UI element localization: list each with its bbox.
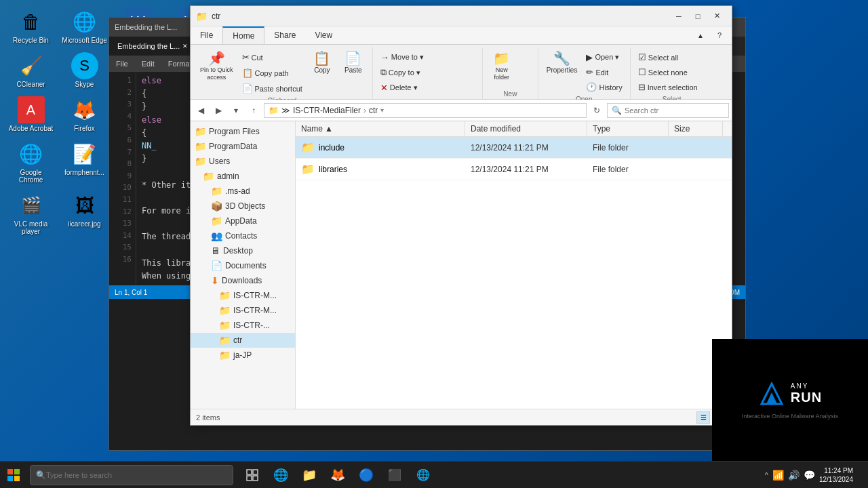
ctr-icon: 📁 [219, 335, 231, 346]
nav-item-desktop-label: Desktop [223, 246, 253, 256]
editor-menu-file[interactable]: File [109, 58, 135, 69]
taskbar-search-input[interactable] [46, 471, 227, 479]
up-button[interactable]: ↑ [246, 103, 261, 118]
forward-button[interactable]: ▶ [211, 103, 226, 118]
nav-item-users[interactable]: 📁 Users [191, 154, 295, 169]
ribbon-tab-home[interactable]: Home [222, 26, 264, 44]
ribbon-tab-file[interactable]: File [191, 26, 222, 44]
invert-selection-button[interactable]: ⊟ Invert selection [635, 80, 701, 94]
refresh-button[interactable]: ↻ [589, 103, 604, 118]
copy-path-button[interactable]: 📋 Copy path [239, 66, 306, 80]
desktop-icon-ccleaner[interactable]: 🧹 CCleaner [5, 49, 56, 91]
desktop-icon-edge[interactable]: 🌐 Microsoft Edge [59, 5, 110, 47]
ribbon-open-buttons: 🔧 Properties ▶ Open ▾ ✏ Edit � [542, 47, 626, 94]
nav-item-ctr[interactable]: 📁 ctr [191, 333, 295, 348]
recycle-bin-icon: 🗑 [18, 8, 45, 35]
desktop-icon-firefox[interactable]: 🦊 Firefox [59, 94, 110, 135]
nav-item-3d-objects[interactable]: 📦 3D Objects [191, 199, 295, 214]
ribbon-tab-share[interactable]: Share [264, 26, 305, 44]
program-files-icon: 📁 [195, 126, 206, 137]
nav-item-admin[interactable]: 📁 admin [191, 169, 295, 184]
select-none-button[interactable]: ☐ Select none [635, 65, 701, 79]
delete-button[interactable]: ✕ Delete ▾ [377, 81, 427, 95]
file-row-include[interactable]: 📁 include 12/13/2024 11:21 PM File folde… [296, 137, 732, 159]
taskbar-chrome-button[interactable]: 🔵 [353, 462, 380, 489]
nav-item-ja-jp[interactable]: 📁 ja-JP [191, 348, 295, 363]
taskbar-network-button[interactable]: 🌐 [410, 462, 437, 489]
taskbar-edge-button[interactable]: 🌐 [267, 462, 294, 489]
column-header-type[interactable]: Type [587, 121, 669, 136]
editor-tab-active[interactable]: Embedding the L... ✕ [109, 37, 197, 56]
ribbon-collapse-button[interactable]: ▲ [691, 28, 710, 43]
nav-item-appdata[interactable]: 📁 AppData [191, 214, 295, 228]
taskbar-terminal-button[interactable]: ⬛ [381, 462, 408, 489]
open-button[interactable]: ▶ Open ▾ [583, 50, 625, 64]
pin-to-quick-access-button[interactable]: 📌 Pin to Quickaccess [196, 49, 237, 84]
nav-item-downloads[interactable]: ⬇ Downloads [191, 273, 295, 288]
systray-expand-icon[interactable]: ^ [765, 471, 768, 479]
search-box[interactable]: 🔍 [607, 103, 729, 118]
ccleaner-label: CCleaner [16, 81, 45, 88]
desktop-icon-chrome[interactable]: 🌐 Google Chrome [5, 138, 56, 186]
desktop-icon-vlc[interactable]: 🎬 VLC media player [5, 189, 56, 238]
editor-menu-edit[interactable]: Edit [135, 58, 161, 69]
nav-item-is-ctr-3[interactable]: 📁 IS-CTR-... [191, 318, 295, 333]
recent-locations-button[interactable]: ▾ [229, 103, 243, 118]
nav-item-documents[interactable]: 📄 Documents [191, 258, 295, 273]
edit-button[interactable]: ✏ Edit [583, 65, 625, 79]
acrobat-icon: A [18, 96, 45, 123]
start-button[interactable] [0, 462, 27, 489]
select-all-button[interactable]: ☑ Select all [635, 50, 701, 64]
explorer-minimize-button[interactable]: ─ [669, 9, 688, 24]
taskbar-firefox-button[interactable]: 🦊 [324, 462, 351, 489]
new-folder-button[interactable]: 📁 Newfolder [487, 49, 517, 84]
paste-shortcut-button[interactable]: 📄 Paste shortcut [239, 81, 306, 96]
properties-button[interactable]: 🔧 Properties [542, 49, 582, 77]
nav-item-contacts[interactable]: 👥 Contacts [191, 228, 295, 243]
editor-tab-close-icon[interactable]: ✕ [182, 43, 188, 49]
nav-item-is-ctr-m2[interactable]: 📁 IS-CTR-M... [191, 303, 295, 318]
desktop-icon-recycle-bin[interactable]: 🗑 Recycle Bin [5, 5, 56, 47]
nav-item-programdata[interactable]: 📁 ProgramData [191, 139, 295, 154]
nav-item-ms-ad[interactable]: 📁 .ms-ad [191, 184, 295, 199]
nav-item-desktop[interactable]: 🖥 Desktop [191, 243, 295, 258]
path-segment-root[interactable]: ≫ [281, 106, 290, 115]
systray-volume-icon[interactable]: 🔊 [788, 470, 800, 481]
desktop-icon-skype[interactable]: S Skype [59, 49, 110, 91]
column-header-name[interactable]: Name ▲ [296, 121, 465, 136]
explorer-close-button[interactable]: ✕ [707, 9, 726, 24]
copy-button[interactable]: 📋 Copy [307, 49, 337, 77]
history-button[interactable]: 🕐 History [583, 80, 625, 94]
nav-item-programdata-label: ProgramData [209, 142, 257, 151]
ribbon-help-button[interactable]: ? [710, 28, 729, 43]
systray-network-icon[interactable]: 📶 [772, 470, 784, 481]
nav-item-program-files[interactable]: 📁 Program Files [191, 124, 295, 139]
desktop-icon-acrobat[interactable]: A Adobe Acrobat [5, 94, 56, 135]
path-dropdown-icon[interactable]: ▾ [380, 106, 384, 114]
copy-path-icon: 📋 [242, 68, 253, 78]
copy-to-button[interactable]: ⧉ Copy to ▾ [377, 65, 427, 80]
svg-rect-8 [247, 476, 252, 481]
path-segment-current[interactable]: ctr [369, 106, 378, 115]
ribbon-tab-view[interactable]: View [305, 26, 342, 44]
taskbar-task-view-button[interactable] [239, 462, 266, 489]
taskbar-search-box[interactable]: 🔍 [30, 465, 233, 485]
address-path-bar[interactable]: 📁 ≫ IS-CTR-MediaFiler › ctr ▾ [264, 103, 587, 118]
column-header-date[interactable]: Date modified [465, 121, 587, 136]
cut-button[interactable]: ✂ Cut [239, 50, 306, 64]
back-button[interactable]: ◀ [193, 103, 208, 118]
taskbar-clock[interactable]: 11:24 PM 12/13/2024 [819, 466, 853, 484]
file-row-libraries[interactable]: 📁 libraries 12/13/2024 11:21 PM File fol… [296, 159, 732, 180]
search-input[interactable] [625, 106, 724, 115]
taskbar-explorer-button[interactable]: 📁 [296, 462, 323, 489]
desktop-icon-iicareer[interactable]: 🖼 iicareer.jpg [59, 189, 110, 238]
column-header-size[interactable]: Size [669, 121, 723, 136]
nav-item-is-ctr-m1[interactable]: 📁 IS-CTR-M... [191, 288, 295, 303]
path-segment-parent[interactable]: IS-CTR-MediaFiler [293, 106, 361, 115]
systray-notification-icon[interactable]: 💬 [804, 470, 815, 481]
paste-button[interactable]: 📄 Paste [338, 49, 368, 77]
explorer-maximize-button[interactable]: □ [688, 9, 707, 24]
view-details-button[interactable]: ☰ [696, 411, 710, 424]
move-to-button[interactable]: → Move to ▾ [377, 50, 427, 64]
desktop-icon-formphen[interactable]: 📝 formphennt... [59, 138, 110, 186]
